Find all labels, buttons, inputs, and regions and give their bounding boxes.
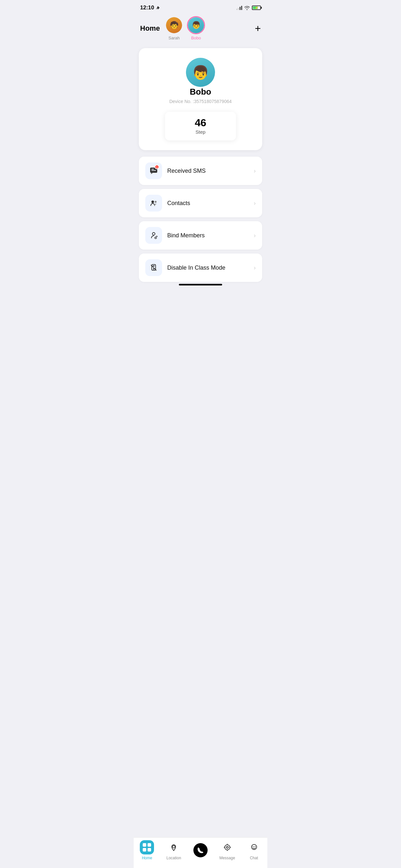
avatar-sarah[interactable]: 🧒: [165, 16, 183, 34]
menu-item-disable-class-mode[interactable]: Disable In Class Mode ›: [139, 253, 262, 282]
navigation-arrow-icon: [156, 5, 160, 10]
menu-item-contacts[interactable]: Contacts ›: [139, 189, 262, 217]
disable-class-icon: [149, 263, 158, 272]
status-bar: 12:10 ⚡: [134, 0, 267, 13]
contacts-label: Contacts: [167, 200, 249, 207]
sms-badge: 1: [149, 166, 158, 176]
battery-icon: ⚡: [252, 5, 261, 10]
chevron-icon: ›: [254, 200, 256, 207]
profile-name: Bobo: [190, 87, 211, 97]
contacts-icon: [149, 198, 158, 208]
steps-card: 46 Step: [165, 112, 236, 141]
profile-avatar: 👦: [186, 58, 215, 87]
steps-label: Step: [196, 129, 206, 135]
badge-count: 1: [155, 165, 159, 169]
menu-item-received-sms[interactable]: 1 Received SMS ›: [139, 157, 262, 185]
received-sms-icon-wrap: 1: [145, 162, 162, 179]
svg-rect-2: [151, 170, 156, 171]
avatar-bobo-label: Bobo: [191, 35, 201, 40]
received-sms-label: Received SMS: [167, 167, 249, 175]
profile-card: 👦 Bobo Device No. :357518075879064 46 St…: [139, 48, 262, 150]
chevron-icon: ›: [254, 265, 256, 271]
signal-icon: [236, 5, 242, 10]
avatar-bobo-container[interactable]: 👦 Bobo: [187, 16, 205, 40]
status-time: 12:10: [140, 4, 160, 11]
wifi-icon: [244, 5, 250, 10]
add-button[interactable]: +: [255, 23, 261, 34]
avatar-bobo[interactable]: 👦: [187, 16, 205, 34]
svg-point-4: [155, 201, 157, 203]
svg-point-3: [151, 200, 154, 203]
profile-device: Device No. :357518075879064: [169, 99, 232, 104]
page-title: Home: [140, 24, 160, 33]
contacts-icon-wrap: [145, 195, 162, 212]
menu-list: 1 Received SMS › Contacts ›: [134, 157, 267, 282]
svg-rect-7: [153, 266, 155, 267]
bind-members-label: Bind Members: [167, 232, 249, 239]
steps-count: 46: [195, 118, 206, 128]
disable-class-icon-wrap: [145, 259, 162, 276]
disable-class-mode-label: Disable In Class Mode: [167, 265, 249, 271]
bind-members-icon-wrap: [145, 227, 162, 244]
svg-point-5: [152, 232, 155, 235]
chevron-icon: ›: [254, 232, 256, 239]
chevron-icon: ›: [254, 167, 256, 175]
header: Home 🧒 Sarah 👦 Bobo +: [134, 13, 267, 45]
avatar-sarah-label: Sarah: [168, 35, 180, 40]
status-icons: ⚡: [236, 5, 261, 10]
menu-item-bind-members[interactable]: Bind Members ›: [139, 221, 262, 250]
bind-members-icon: [149, 231, 158, 240]
home-indicator: [179, 284, 222, 285]
svg-rect-1: [151, 169, 154, 169]
time-label: 12:10: [140, 4, 154, 11]
avatar-sarah-container[interactable]: 🧒 Sarah: [165, 16, 183, 40]
